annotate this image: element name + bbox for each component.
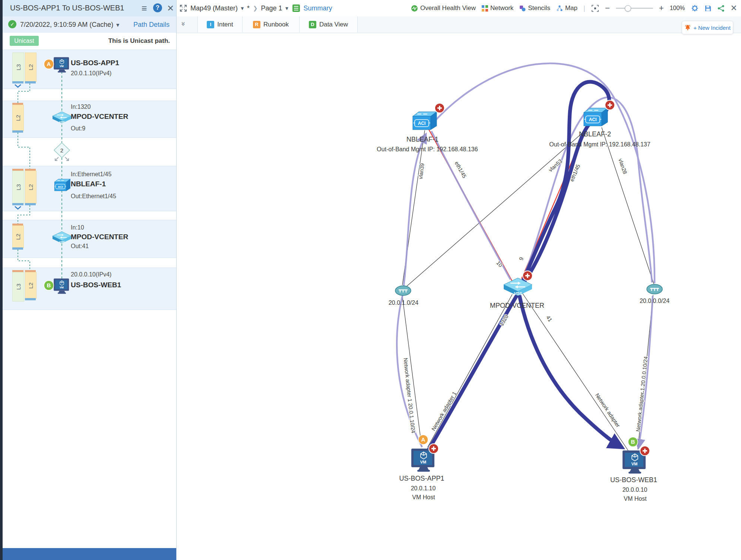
layer-tab-l2[interactable]: L2 [25,53,37,82]
fullscreen-icon[interactable] [180,4,187,12]
path-pane-subheader: ✓ 7/20/2022, 9:10:59 AM (Cache) ▼ Path D… [3,16,176,33]
hop-out-port: Out:9 [71,125,85,132]
tab-data-view-label: Data View [319,21,348,28]
edge-label-vlan39: vlan39 [417,163,425,179]
collapse-tabs-icon[interactable]: » [180,22,188,26]
hop-device-name[interactable]: NBLEAF-1 [71,180,106,188]
map-menu-button[interactable]: Map [556,4,577,12]
path-details-link[interactable]: Path Details [133,21,170,29]
alert-plus-badge[interactable] [523,271,532,281]
layer-tab-label: L3 [15,184,22,190]
summary-link[interactable]: Summary [303,4,332,12]
node-nbleaf1[interactable]: NBLEAF-1 Out-of-Band Mgmt IP: 192.168.48… [377,103,478,152]
close-pane-icon[interactable]: ✕ [167,3,174,13]
alert-plus-badge[interactable] [429,444,438,453]
share-icon[interactable] [718,5,725,12]
hop-in-port: In:10 [71,224,84,231]
hop-device-name[interactable]: MPOD-VCENTER [71,113,128,121]
endpoint-a-badge: A [418,435,428,444]
tab-underline [12,203,23,205]
topology-canvas[interactable]: vlan39 vlan53 vlan28 eth1/45 eth1/45 10 … [177,33,741,560]
node-label: US-BOS-APP1 [399,475,444,482]
lan-segment-icon [395,286,411,295]
tab-underline [12,81,23,83]
node-mgmt-ip: Out-of-Band Mgmt IP: 192.168.48.136 [377,146,478,152]
incident-bell-icon [684,24,691,31]
unicast-path-vcenter-web1[interactable] [519,295,621,447]
layer-tab-l2[interactable]: L2 [25,171,37,204]
map-name-dropdown[interactable]: Map49 (Master) ▼ * [190,4,250,12]
link-vcenter-app1[interactable] [428,294,512,447]
edge-label-network-adapter-web: Network adapter [594,392,621,428]
zoom-slider[interactable] [616,8,653,9]
node-mgmt-ip: Out-of-Band Mgmt IP: 192.168.48.137 [549,141,650,148]
node-subnet-20-0-1-0[interactable]: 20.0.1.0/24 [389,286,418,306]
overall-health-view-button[interactable]: Overall Health View [411,4,476,12]
edge-labels: vlan39 vlan53 vlan28 eth1/45 eth1/45 10 … [402,158,649,434]
save-icon[interactable] [704,5,712,12]
node-label: NBLEAF-2 [579,130,611,138]
path-pane-header: US-BOS-APP1 To US-BOS-WEB1 ≡ ? ✕ [3,0,176,17]
branch-arrow-icon [55,157,58,161]
map-nodes-icon [556,5,563,12]
layer-tab-l2[interactable]: L2 [25,272,37,299]
path-details-pane: US-BOS-APP1 To US-BOS-WEB1 ≡ ? ✕ ✓ 7/20/… [0,0,177,560]
tab-intent[interactable]: I Intent [197,16,243,32]
path-timestamp-dropdown[interactable]: 7/20/2022, 9:10:59 AM (Cache) ▼ [20,21,120,29]
layer-tab-l2[interactable]: L2 [12,105,24,131]
menu-icon[interactable]: ≡ [142,3,147,13]
endpoint-b-badge: B [628,437,638,447]
health-pulse-icon [411,5,418,12]
fit-to-screen-icon[interactable] [591,4,599,12]
link-vcenter-web1[interactable] [523,294,629,452]
new-incident-button[interactable]: + New Incident [682,21,733,34]
layer-tab-l3[interactable]: L3 [12,53,24,82]
link-nbleaf2-net2[interactable] [602,127,654,284]
path-pane-title: US-BOS-APP1 To US-BOS-WEB1 [10,4,124,12]
app-window: US-BOS-APP1 To US-BOS-WEB1 ≡ ? ✕ ✓ 7/20/… [0,0,741,560]
zoom-slider-thumb[interactable] [625,5,631,12]
page-dropdown[interactable]: Page 1 ▼ [261,4,289,12]
layer-tab-l3[interactable]: L3 [12,272,24,301]
stencils-label: Stencils [528,4,550,12]
hop-device-name[interactable]: US-BOS-APP1 [71,59,119,67]
runbook-icon: R [253,21,260,28]
settings-gear-icon[interactable] [691,4,699,12]
alert-plus-badge[interactable] [435,103,444,113]
node-label: MPOD-VCENTER [490,302,544,309]
sidebar-footer-bar[interactable] [3,548,176,560]
hop-device-name[interactable]: MPOD-VCENTER [71,233,128,241]
hop-in-port: In:Ethernet1/45 [71,171,111,178]
layer-tab-l3[interactable]: L3 [12,171,24,204]
edge-label-port9: 9 [518,256,525,261]
map-toolbar: Map49 (Master) ▼ * ❯ Page 1 ▼ Summary Ov… [177,0,741,17]
breadcrumb-separator: ❯ [253,5,258,12]
alert-plus-badge[interactable] [605,100,615,110]
node-vcenter[interactable]: MPOD-VCENTER [490,271,544,309]
tab-runbook-label: Runbook [263,21,289,28]
stencils-button[interactable]: Stencils [519,4,550,12]
help-icon[interactable]: ? [153,3,162,12]
intent-icon: I [207,21,214,28]
zoom-level: 100% [670,5,685,12]
tab-underline [12,130,23,133]
zoom-out-button[interactable]: − [605,4,610,12]
layer-tab-label: L3 [15,64,22,70]
network-button[interactable]: Network [482,4,513,12]
tab-runbook[interactable]: R Runbook [242,16,300,32]
close-map-icon[interactable]: ✕ [731,3,737,13]
l2-path-nbleaf1-vcenter[interactable] [431,131,510,279]
node-label: 20.0.1.0/24 [389,300,418,306]
tab-underline [25,81,36,83]
aci-switch-icon [413,112,437,130]
layer-tab-l2[interactable]: L2 [12,225,24,248]
zoom-in-button[interactable]: + [659,4,664,12]
node-label: NBLEAF-1 [406,136,438,143]
alert-plus-badge[interactable] [640,446,650,456]
hop-device-name[interactable]: US-BOS-WEB1 [71,281,121,289]
node-label: 20.0.0.0/24 [640,298,669,304]
tab-data-view[interactable]: D Data View [299,16,358,32]
map-name: Map49 (Master) [190,4,238,12]
node-subnet-20-0-0-0[interactable]: 20.0.0.0/24 [640,284,669,304]
endpoint-b-letter: B [631,439,635,445]
